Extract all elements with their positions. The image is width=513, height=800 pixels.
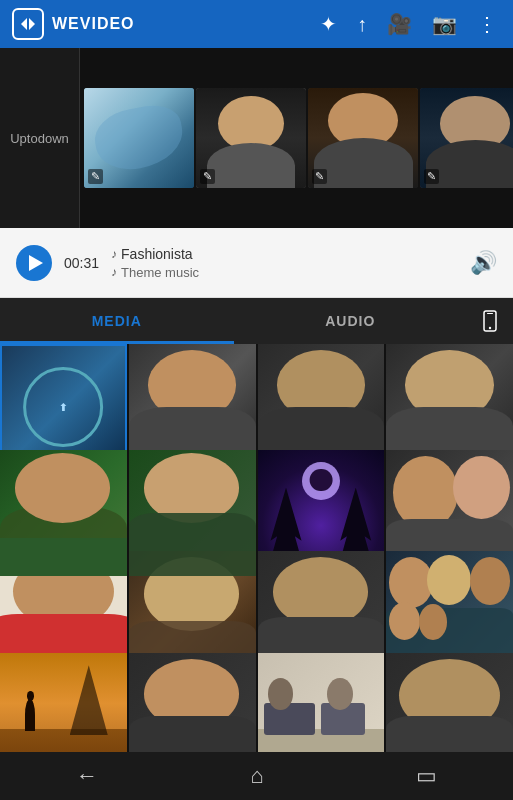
grid-item-5[interactable] (0, 450, 127, 577)
home-button[interactable]: ⌂ (242, 755, 271, 797)
more-options-icon[interactable]: ⋮ (473, 8, 501, 40)
svg-point-3 (489, 327, 491, 329)
app-logo: WEVIDEO (12, 8, 135, 40)
tab-media-label: MEDIA (92, 313, 142, 329)
bottom-nav: ← ⌂ ▭ (0, 752, 513, 800)
time-display: 00:31 (64, 255, 99, 271)
clip-edit-icon-3: ✎ (312, 169, 327, 184)
audio-info: ♪ Fashionista ♪ Theme music (111, 246, 458, 280)
top-bar: WEVIDEO ✦ ↑ 🎥 📷 ⋮ (0, 0, 513, 48)
note-icon-1: ♪ (111, 247, 117, 261)
clip-3[interactable]: ✎ (308, 88, 418, 188)
grid-item-14[interactable] (129, 653, 256, 753)
upload-icon[interactable]: ↑ (353, 9, 371, 40)
grid-item-15[interactable] (258, 653, 385, 753)
wand-icon[interactable]: ✦ (316, 8, 341, 40)
clip-2[interactable]: ✎ (196, 88, 306, 188)
clip-edit-icon-4: ✎ (424, 169, 439, 184)
media-grid: ⬆ (0, 344, 513, 752)
app-name-label: WEVIDEO (52, 15, 135, 33)
recents-button[interactable]: ▭ (408, 755, 445, 797)
svg-marker-1 (29, 18, 35, 30)
play-button[interactable] (16, 245, 52, 281)
phone-icon[interactable] (467, 298, 513, 344)
video-camera-icon[interactable]: 🎥 (383, 8, 416, 40)
timeline-clips: ✎ ✎ ✎ (80, 48, 513, 228)
tab-media[interactable]: MEDIA (0, 298, 234, 344)
play-icon (29, 255, 43, 271)
camera-icon[interactable]: 📷 (428, 8, 461, 40)
back-button[interactable]: ← (68, 755, 106, 797)
audio-title: ♪ Fashionista (111, 246, 458, 262)
audio-subtitle-text: Theme music (121, 265, 199, 280)
volume-icon[interactable]: 🔊 (470, 250, 497, 276)
grid-item-13[interactable] (0, 653, 127, 753)
svg-marker-0 (21, 18, 27, 30)
clip-edit-icon-2: ✎ (200, 169, 215, 184)
clip-edit-icon-1: ✎ (88, 169, 103, 184)
audio-subtitle: ♪ Theme music (111, 265, 458, 280)
clip-4[interactable]: ✎ (420, 88, 513, 188)
clip-1[interactable]: ✎ (84, 88, 194, 188)
preview-area: Uptodown ✎ ✎ (0, 48, 513, 228)
note-icon-2: ♪ (111, 265, 117, 279)
timeline-label: Uptodown (0, 48, 80, 228)
audio-player: 00:31 ♪ Fashionista ♪ Theme music 🔊 (0, 228, 513, 298)
grid-item-16[interactable] (386, 653, 513, 753)
tab-audio-label: AUDIO (325, 313, 375, 329)
audio-title-text: Fashionista (121, 246, 193, 262)
grid-item-6[interactable] (129, 450, 256, 577)
tab-bar: MEDIA AUDIO (0, 298, 513, 344)
svg-rect-4 (487, 313, 493, 314)
tab-audio[interactable]: AUDIO (234, 298, 468, 344)
logo-icon (12, 8, 44, 40)
